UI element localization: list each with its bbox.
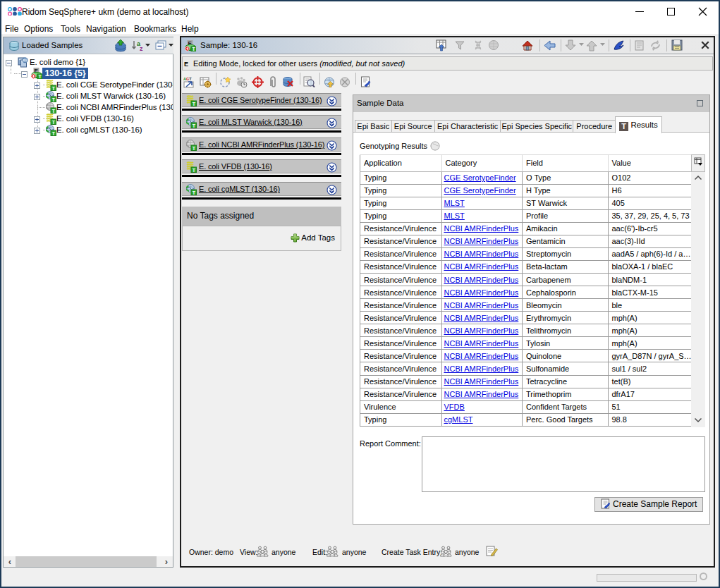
svg-text:AGT: AGT <box>183 77 192 81</box>
svg-text:T: T <box>52 131 56 136</box>
svg-text:T: T <box>52 97 56 102</box>
svg-text:T: T <box>193 123 196 128</box>
svg-text:T: T <box>193 102 196 106</box>
svg-text:T: T <box>52 86 56 91</box>
svg-text:T: T <box>193 146 196 151</box>
svg-text:T: T <box>39 74 42 79</box>
svg-text:T: T <box>193 47 196 51</box>
svg-text:T: T <box>193 168 196 173</box>
svg-text:T: T <box>52 120 56 125</box>
svg-text:T: T <box>193 190 196 195</box>
svg-text:z: z <box>140 45 143 52</box>
svg-text:T: T <box>52 109 56 114</box>
